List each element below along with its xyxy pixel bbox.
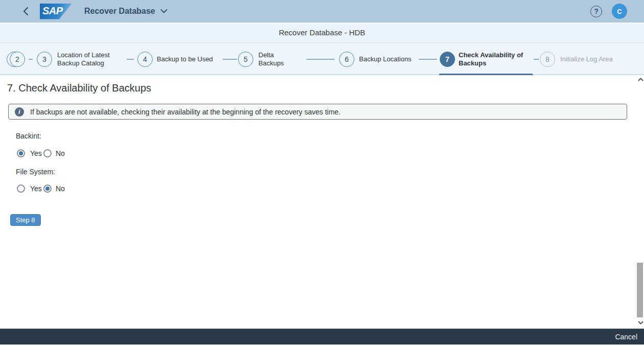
info-message-text: If backups are not available, checking t… [30, 108, 341, 116]
file-system-label: File System: [16, 168, 55, 176]
step-8-button[interactable]: Step 8 [10, 214, 41, 226]
scroll-down-arrow-icon[interactable] [637, 320, 643, 325]
recover-database-app: SAP Recover Database ? C Recover Databas… [0, 0, 644, 345]
shell-header: SAP Recover Database ? C [0, 0, 644, 22]
wizard-step-3-circle[interactable]: 3 [37, 52, 52, 67]
backint-label: Backint: [16, 132, 41, 140]
wizard-step-5-label[interactable]: Delta Backups [258, 51, 290, 67]
back-button[interactable] [20, 6, 31, 16]
cancel-button[interactable]: Cancel [615, 333, 637, 341]
step-4-number: 4 [143, 55, 147, 63]
wizard-step-6-label[interactable]: Backup Locations [359, 55, 412, 63]
app-title[interactable]: Recover Database [84, 7, 155, 16]
step-5-number: 5 [244, 55, 248, 63]
information-icon: i [15, 107, 24, 117]
wizard-step-4-circle[interactable]: 4 [137, 52, 153, 67]
wizard-step-content: 7. Check Availability of Backups i If ba… [0, 75, 644, 329]
page-subheader: Recover Database - HDB [0, 22, 644, 43]
step-connector [534, 59, 539, 60]
info-message-strip: i If backups are not available, checking… [8, 104, 627, 120]
user-avatar[interactable]: C [612, 4, 627, 19]
wizard-step-8-circle: 8 [540, 52, 555, 67]
backint-yes-label[interactable]: Yes [30, 149, 42, 157]
step-8-number: 8 [545, 55, 550, 63]
step-connector [419, 59, 437, 60]
back-chevron-icon [23, 7, 29, 16]
sap-logo-text: SAP [40, 4, 63, 18]
active-step-underline [439, 74, 533, 75]
scrollbar-thumb[interactable] [637, 263, 643, 317]
wizard-step-2-circle[interactable]: 2 [10, 52, 25, 67]
wizard-step-6-circle[interactable]: 6 [339, 52, 354, 67]
file-system-yes-radio[interactable] [17, 185, 25, 193]
content-scrollbar[interactable] [636, 75, 644, 329]
step-connector [223, 59, 237, 60]
step-heading: 7. Check Availability of Backups [7, 82, 151, 94]
backint-no-label[interactable]: No [56, 149, 65, 157]
sap-logo: SAP [40, 4, 72, 19]
backint-no-radio[interactable] [43, 149, 52, 157]
wizard-step-4-label[interactable]: Backup to be Used [157, 55, 213, 63]
title-dropdown[interactable] [160, 9, 168, 13]
step-connector [127, 59, 134, 60]
wizard-step-3-label[interactable]: Location of Latest Backup Catalog [57, 51, 117, 67]
file-system-no-label[interactable]: No [56, 185, 65, 193]
wizard-step-7-label[interactable]: Check Availability of Backups [459, 51, 530, 67]
step-6-number: 6 [345, 55, 349, 63]
question-mark-icon: ? [594, 7, 599, 15]
step-connector [29, 59, 33, 60]
file-system-yes-label[interactable]: Yes [30, 185, 42, 193]
wizard-step-8-label: Initialize Log Area [560, 55, 613, 63]
scroll-up-arrow-icon[interactable] [637, 77, 643, 82]
step-2-number: 2 [15, 55, 19, 63]
subheader-title: Recover Database - HDB [279, 28, 365, 37]
chevron-down-icon [160, 9, 168, 13]
wizard-step-5-circle[interactable]: 5 [238, 52, 253, 67]
file-system-no-radio[interactable] [43, 185, 52, 193]
wizard-progress-bar: 2 3 Location of Latest Backup Catalog 4 … [0, 43, 644, 75]
step-connector [306, 59, 335, 60]
step-3-number: 3 [42, 55, 46, 63]
step-7-number: 7 [445, 55, 449, 63]
footer-toolbar: Cancel [0, 329, 644, 344]
help-button[interactable]: ? [590, 6, 602, 17]
avatar-initial: C [617, 8, 622, 15]
wizard-step-7-circle[interactable]: 7 [440, 52, 455, 67]
backint-yes-radio[interactable] [17, 149, 25, 157]
